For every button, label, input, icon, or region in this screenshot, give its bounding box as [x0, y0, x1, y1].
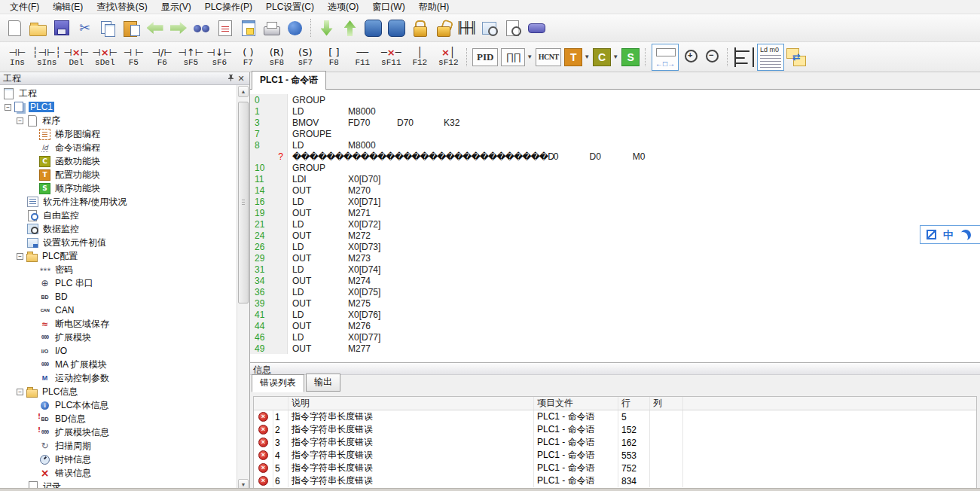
expander-minus-icon[interactable]: − — [17, 389, 23, 395]
run-plc-icon[interactable] — [362, 17, 384, 39]
print-icon[interactable] — [261, 17, 282, 39]
tree-item-plc1[interactable]: −PLC1 — [0, 100, 237, 114]
ime-pen-icon[interactable] — [927, 230, 936, 239]
close-icon[interactable]: ✕ — [236, 74, 246, 84]
pulse-dropdown-icon[interactable]: ▼ — [527, 53, 533, 60]
ime-fullwidth-moon-icon[interactable] — [960, 230, 971, 240]
ladder-btn-f7[interactable]: ( )F7 — [234, 43, 261, 72]
ladder-btn-sdel[interactable]: ⊣×⊢sDel — [91, 43, 118, 72]
menu-item-2[interactable]: 查找\替换(S) — [90, 0, 154, 14]
tab-output[interactable]: 输出 — [306, 374, 340, 392]
monitor-mode-icon[interactable] — [456, 17, 478, 39]
code-line-0[interactable]: 0GROUP — [250, 94, 980, 105]
unlock-icon[interactable] — [432, 17, 454, 39]
ladder-btn-sf8[interactable]: (R)sF8 — [263, 43, 290, 72]
counter-button[interactable]: C — [593, 48, 611, 66]
menu-item-8[interactable]: 帮助(H) — [412, 0, 456, 14]
tab-plc1-instruction-list[interactable]: PLC1 - 命令语 — [252, 71, 326, 90]
serial-config-icon[interactable] — [526, 17, 548, 39]
menu-item-0[interactable]: 文件(F) — [3, 0, 46, 14]
tree-item-plc-serial-port[interactable]: PLC 串口 — [0, 276, 237, 290]
save-icon[interactable] — [50, 17, 72, 39]
code-line-44[interactable]: 44OUTM276 — [250, 320, 980, 331]
pid-button[interactable]: PID — [472, 48, 498, 66]
upload-program-icon[interactable] — [339, 17, 361, 39]
error-row-6[interactable]: ×6指令字符串长度错误PLC1 - 命令语834 — [254, 474, 976, 487]
timer-button[interactable]: T — [564, 48, 582, 66]
menu-item-7[interactable]: 窗口(W) — [365, 0, 411, 14]
ladder-btn-f8[interactable]: [ ]F8 — [320, 43, 347, 72]
tree-item-ladder-edit[interactable]: 梯形图编程 — [0, 127, 237, 141]
code-line-26[interactable]: 26LDX0[D73] — [250, 241, 980, 252]
ladder-btn-f11[interactable]: ──F11 — [349, 43, 376, 72]
zoom-out-button[interactable] — [702, 47, 723, 68]
tree-item-plc-config[interactable]: −PLC配置 — [0, 249, 237, 263]
tree-item-program[interactable]: −程序 — [0, 114, 237, 127]
ladder-btn-sf12[interactable]: ×│sF12 — [435, 43, 462, 72]
instruction-list-editor[interactable]: 0GROUP1LDM80003BMOVFD70D70K327GROUPE8LDM… — [250, 90, 980, 362]
tree-item-sequence-block[interactable]: 顺序功能块 — [0, 181, 237, 195]
code-line-7[interactable]: 7GROUPE — [250, 128, 980, 139]
menu-item-4[interactable]: PLC操作(P) — [198, 0, 259, 14]
code-line-10[interactable]: 10GROUP — [250, 162, 980, 173]
copy-icon[interactable] — [97, 17, 119, 39]
expander-minus-icon[interactable]: − — [17, 117, 23, 124]
tree-item-ma-expansion-module[interactable]: MA 扩展模块 — [0, 358, 237, 371]
pulse-output-button[interactable]: ∏∏ — [501, 48, 525, 66]
output-window-icon[interactable] — [237, 17, 259, 39]
tree-item-project-root[interactable]: 工程 — [0, 87, 237, 100]
zoom-in-button[interactable] — [681, 47, 702, 68]
tree-item-motion-control-params[interactable]: 运动控制参数 — [0, 371, 237, 385]
code-line-14[interactable]: 14OUTM270 — [250, 185, 980, 196]
tree-item-bd[interactable]: BD — [0, 290, 237, 303]
timer-dropdown-icon[interactable]: ▼ — [584, 53, 590, 60]
ladder-btn-sins[interactable]: ┆⊣⊢┆sIns — [32, 43, 61, 72]
error-row-4[interactable]: ×4指令字符串长度错误PLC1 - 命令语553 — [254, 449, 976, 462]
tree-item-plc-body-info[interactable]: PLC本体信息 — [0, 398, 237, 412]
code-line-21[interactable]: 21LDX0[D72] — [250, 218, 980, 230]
device-comment-edit-icon[interactable] — [214, 17, 236, 39]
paste-icon[interactable] — [121, 17, 142, 39]
scroll-up-icon[interactable]: ▲ — [238, 86, 249, 97]
ladder-convert-button[interactable]: ⇄ — [784, 45, 808, 69]
code-line-36[interactable]: 36LDX0[D75] — [250, 286, 980, 297]
code-line-1[interactable]: 1LDM8000 — [250, 105, 980, 117]
ladder-btn-f5[interactable]: ⊣ ⊢F5 — [120, 43, 147, 72]
ladder-btn-f6[interactable]: ⊣/⊢F6 — [148, 43, 176, 72]
pin-icon[interactable] — [225, 74, 236, 83]
menu-item-1[interactable]: 编辑(E) — [46, 0, 90, 14]
column-width-button[interactable] — [652, 44, 679, 71]
cut-icon[interactable] — [74, 17, 96, 39]
ladder-btn-ins[interactable]: ⊣⊢Ins — [4, 43, 31, 72]
tree-item-scan-cycle[interactable]: 扫描周期 — [0, 439, 237, 453]
code-line-49[interactable]: 49OUTM277 — [250, 343, 980, 354]
tab-error-list[interactable]: 错误列表 — [252, 374, 304, 392]
ladder-btn-sf7[interactable]: (S)sF7 — [292, 43, 319, 72]
tree-item-expansion-module[interactable]: 扩展模块 — [0, 331, 237, 344]
code-line-8[interactable]: 8LDM8000 — [250, 139, 980, 151]
code-line-41[interactable]: 41LDX0[D76] — [250, 309, 980, 320]
ladder-view-button[interactable] — [731, 44, 757, 70]
instruction-view-button[interactable]: Ld m0 — [757, 44, 784, 71]
tree-item-error-info[interactable]: 错误信息 — [0, 466, 237, 480]
tree-item-clock-info[interactable]: 时钟信息 — [0, 453, 237, 466]
hcnt-button[interactable]: HCNT — [536, 48, 561, 66]
undo-icon[interactable] — [144, 17, 166, 39]
code-line-34[interactable]: 34OUTM274 — [250, 275, 980, 286]
error-row-5[interactable]: ×5指令字符串长度错误PLC1 - 命令语752 — [254, 462, 976, 474]
tree-item-function-block[interactable]: 函数功能块 — [0, 154, 237, 168]
ladder-btn-f12[interactable]: │F12 — [406, 43, 433, 72]
new-file-icon[interactable] — [4, 17, 26, 39]
tree-item-free-monitor[interactable]: 自由监控 — [0, 209, 237, 222]
menu-item-3[interactable]: 显示(V) — [154, 0, 198, 14]
code-line-31[interactable]: 31LDX0[D74] — [250, 264, 980, 275]
lock-icon[interactable] — [409, 17, 431, 39]
scrollbar-thumb[interactable] — [238, 102, 249, 303]
ladder-btn-sf5[interactable]: ⊣↑⊢sF5 — [177, 43, 204, 72]
error-row-3[interactable]: ×3指令字符串长度错误PLC1 - 命令语162 — [254, 436, 976, 449]
code-line-46[interactable]: 46LDX0[D77] — [250, 331, 980, 343]
expander-minus-icon[interactable]: − — [17, 253, 23, 260]
menu-item-5[interactable]: PLC设置(C) — [259, 0, 321, 14]
code-line-39[interactable]: 39OUTM275 — [250, 297, 980, 309]
redo-icon[interactable] — [167, 17, 189, 39]
